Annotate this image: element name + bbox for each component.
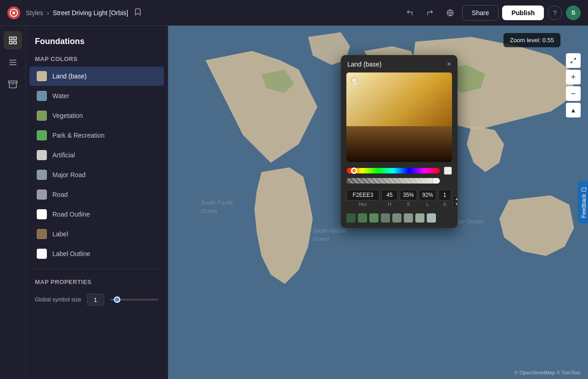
picker-title: Land (base): [347, 61, 382, 68]
preset-swatch-5[interactable]: [392, 213, 401, 223]
hue-slider-row: [341, 162, 458, 177]
share-button[interactable]: Share: [462, 5, 498, 21]
topbar: Styles › Street Driving Light [Orbis] Sh…: [0, 0, 588, 26]
s-input-group: S: [400, 190, 417, 207]
sidebar-components-button[interactable]: [4, 75, 22, 94]
hue-slider[interactable]: [346, 168, 440, 173]
zoom-level-badge: Zoom level: 0.55: [503, 33, 560, 47]
breadcrumb-root[interactable]: Styles: [26, 9, 43, 17]
color-label-major-road: Major Road: [52, 171, 85, 178]
color-items-list: Land (base) Water Vegetation Park & Recr…: [26, 67, 168, 263]
svg-text:South Atlantic: South Atlantic: [313, 228, 347, 234]
color-item-label[interactable]: Label: [29, 224, 164, 244]
map-area[interactable]: Arctic Ocean South Pacific Ocean South A…: [168, 26, 588, 379]
color-label-road-outline: Road Outline: [52, 211, 90, 218]
feedback-label: Feedback: [581, 194, 587, 218]
color-item-artificial[interactable]: Artificial: [29, 145, 164, 165]
color-item-label-outline[interactable]: Label Outline: [29, 244, 164, 263]
color-swatch-water: [37, 91, 47, 101]
color-item-water[interactable]: Water: [29, 86, 164, 106]
global-symbol-size-row: Global symbol size: [26, 291, 168, 308]
topbar-actions: Share Publish ? S: [401, 5, 581, 21]
prop-label: Global symbol size: [35, 296, 81, 303]
sidebar-layers-button[interactable]: [4, 31, 22, 50]
preset-swatch-7[interactable]: [415, 213, 424, 223]
compass-button[interactable]: ▲: [566, 103, 581, 117]
sidebar-menu-button[interactable]: [4, 53, 22, 72]
a-input-group: A: [438, 190, 451, 207]
color-label-artificial: Artificial: [52, 151, 75, 159]
gradient-canvas[interactable]: +: [346, 72, 452, 162]
svg-text:Ocean: Ocean: [313, 236, 329, 242]
picker-spinner[interactable]: ▲ ▼: [453, 196, 458, 207]
map-colors-subtitle: Map Colors: [26, 54, 168, 66]
color-label-vegetation: Vegetation: [52, 112, 83, 119]
picker-header: Land (base) ×: [341, 55, 458, 72]
a-label: A: [443, 202, 447, 207]
color-label-label-outline: Label Outline: [52, 250, 90, 257]
picker-close-button[interactable]: ×: [447, 61, 451, 68]
preset-swatch-6[interactable]: [404, 213, 413, 223]
color-preview-swatch: [444, 167, 452, 175]
svg-point-1: [12, 11, 15, 14]
spinner-up[interactable]: ▲: [453, 196, 458, 201]
redo-button[interactable]: [422, 5, 438, 21]
preset-swatch-4[interactable]: [381, 213, 390, 223]
preset-swatch-2[interactable]: [358, 213, 367, 223]
color-item-major-road[interactable]: Major Road: [29, 165, 164, 184]
hex-input[interactable]: [346, 190, 379, 201]
left-panel: Foundations Map Colors Land (base) Water…: [26, 26, 168, 379]
zoom-in-button[interactable]: +: [566, 70, 581, 84]
preset-swatch-8[interactable]: [427, 213, 436, 223]
s-label: S: [407, 202, 410, 207]
zoom-out-button[interactable]: −: [566, 86, 581, 101]
color-label-land-base: Land (base): [52, 72, 87, 80]
preset-swatch-3[interactable]: [369, 213, 379, 223]
hex-label: Hex: [359, 202, 367, 207]
color-swatch-road-outline: [37, 209, 47, 219]
color-item-park-recreation[interactable]: Park & Recreation: [29, 126, 164, 145]
l-input-group: L: [419, 190, 436, 207]
symbol-size-slider-track[interactable]: [110, 299, 158, 301]
color-item-road[interactable]: Road: [29, 185, 164, 204]
alpha-slider[interactable]: [346, 178, 440, 184]
map-properties-title: Map Properties: [26, 275, 168, 291]
feedback-sidebar: Feedback: [578, 181, 588, 224]
color-label-label: Label: [52, 230, 68, 238]
l-label: L: [426, 202, 429, 207]
user-avatar[interactable]: S: [566, 6, 581, 20]
feedback-button[interactable]: Feedback: [578, 181, 588, 224]
color-swatch-land-base: [37, 71, 47, 81]
h-label: H: [388, 202, 391, 207]
preset-swatch-1[interactable]: [346, 213, 356, 223]
color-swatch-vegetation: [37, 111, 47, 121]
color-swatch-artificial: [37, 150, 47, 160]
spinner-down[interactable]: ▼: [453, 201, 458, 207]
svg-rect-11: [8, 81, 17, 83]
svg-text:Ocean: Ocean: [201, 208, 217, 214]
svg-line-22: [571, 61, 573, 63]
panel-title: Foundations: [26, 33, 168, 54]
color-swatch-road: [37, 190, 47, 200]
breadcrumb-sep: ›: [47, 9, 49, 17]
svg-line-21: [574, 58, 576, 60]
color-item-road-outline[interactable]: Road Outline: [29, 205, 164, 224]
h-input[interactable]: [381, 190, 398, 201]
breadcrumb: Styles › Street Driving Light [Orbis]: [26, 9, 128, 17]
color-swatch-label: [37, 229, 47, 239]
undo-button[interactable]: [401, 5, 418, 21]
bookmark-icon[interactable]: [134, 8, 142, 17]
a-input[interactable]: [438, 190, 451, 201]
publish-button[interactable]: Publish: [502, 6, 544, 20]
s-input[interactable]: [400, 190, 417, 201]
help-button[interactable]: ?: [548, 6, 562, 20]
l-input[interactable]: [419, 190, 436, 201]
symbol-size-input[interactable]: [87, 294, 104, 306]
color-item-land-base[interactable]: Land (base): [29, 67, 164, 86]
hue-thumb: [351, 167, 357, 174]
color-item-vegetation[interactable]: Vegetation: [29, 106, 164, 125]
hex-input-group: Hex: [346, 190, 379, 207]
globe-button[interactable]: [442, 5, 458, 21]
slider-thumb[interactable]: [114, 296, 120, 303]
expand-button[interactable]: [566, 53, 581, 68]
